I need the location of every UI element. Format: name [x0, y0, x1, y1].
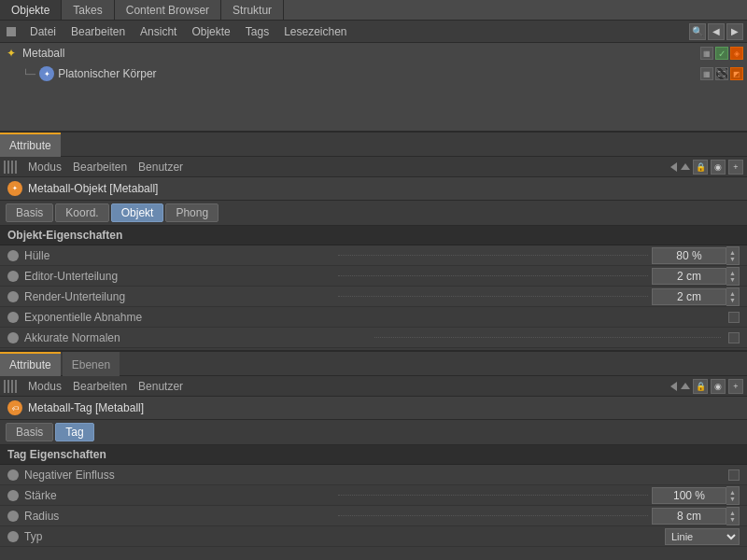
flag-checker-2: ⛶	[715, 67, 728, 80]
prop-value-editor[interactable]	[652, 268, 726, 285]
eye-btn-2[interactable]: ◉	[711, 379, 726, 394]
spinner-down-render[interactable]: ▼	[729, 297, 736, 303]
tab-content-browser[interactable]: Content Browser	[115, 0, 221, 20]
nav-left-1[interactable]	[670, 162, 677, 172]
spinner-down-staerke[interactable]: ▼	[729, 496, 736, 502]
object-panel: ✦ Metaball ▦ ✓ ◈ └─ ✦ Platonischer Körpe…	[0, 43, 747, 133]
attr-tab-ebenen[interactable]: Ebenen	[63, 352, 120, 376]
toolbar-modus-1[interactable]: Modus	[22, 161, 67, 174]
prop-dotline-render	[338, 296, 648, 297]
attr-tab-attribute-2[interactable]: Attribute	[0, 352, 61, 376]
prop-neg-einfluss: Negativer Einfluss	[0, 465, 747, 485]
prop-huelle: Hülle ▲ ▼	[0, 245, 747, 266]
prop-label-huelle: Hülle	[24, 249, 334, 262]
spinner-down-huelle[interactable]: ▼	[729, 256, 736, 262]
object-row-metaball[interactable]: ✦ Metaball ▦ ✓ ◈	[0, 43, 747, 63]
spinner-up-render[interactable]: ▲	[729, 290, 736, 297]
top-tab-bar: Objekte Takes Content Browser Struktur	[0, 0, 747, 21]
toolbar-benutzer-2[interactable]: Benutzer	[133, 380, 189, 393]
spinner-up-huelle[interactable]: ▲	[729, 249, 736, 256]
toolbar-modus-2[interactable]: Modus	[22, 380, 67, 393]
add-btn-2[interactable]: +	[728, 379, 743, 394]
spinner-down-radius[interactable]: ▼	[729, 516, 736, 523]
prop-value-render[interactable]	[652, 288, 726, 305]
prop-spinner-huelle[interactable]: ▲ ▼	[726, 246, 740, 265]
stripe-icon-1	[4, 161, 17, 174]
toolbar-benutzer-1[interactable]: Benutzer	[133, 161, 189, 174]
prop-radius: Radius ▲ ▼	[0, 506, 747, 526]
subtab-objekt-1[interactable]: Objekt	[111, 203, 164, 222]
spinner-up-editor[interactable]: ▲	[729, 270, 736, 276]
tab-struktur[interactable]: Struktur	[221, 0, 284, 20]
nav-arrows-2	[670, 382, 690, 391]
prop-icon-exp	[7, 312, 19, 323]
prop-icon-radius	[7, 511, 19, 522]
prop-value-radius[interactable]	[652, 508, 726, 525]
menu-objekte[interactable]: Objekte	[184, 23, 237, 40]
prop-label-neg: Negativer Einfluss	[24, 469, 725, 482]
prop-spinner-render[interactable]: ▲ ▼	[726, 287, 740, 306]
prop-exponentielle: Exponentielle Abnahme	[0, 307, 747, 328]
nav-left-2[interactable]	[670, 382, 677, 391]
subtab-koord-1[interactable]: Koord.	[55, 203, 108, 222]
prop-staerke: Stärke ▲ ▼	[0, 485, 747, 506]
prop-dropdown-typ[interactable]: Linie Fläche Volumen	[665, 528, 740, 545]
prop-render-unterteilung: Render-Unterteilung ▲ ▼	[0, 287, 747, 307]
prop-icon-typ	[7, 531, 19, 542]
eye-btn-1[interactable]: ◉	[711, 160, 726, 175]
prop-icon-neg	[7, 469, 19, 481]
spinner-up-radius[interactable]: ▲	[729, 510, 736, 516]
obj-title-icon-2: 🏷	[7, 400, 22, 415]
platonic-flags: ▦ ⛶ ◩	[700, 67, 743, 80]
lock-btn-1[interactable]: 🔒	[693, 160, 708, 175]
obj-title-row-1: ✦ Metaball-Objekt [Metaball]	[0, 177, 747, 201]
menu-lesezeichen[interactable]: Lesezeichen	[276, 23, 354, 40]
nav-arrows-1	[670, 162, 690, 172]
subtab-tag-2[interactable]: Tag	[55, 423, 93, 441]
add-btn-1[interactable]: +	[728, 160, 743, 175]
obj-title-icon-1: ✦	[7, 181, 22, 196]
subtab-phong-1[interactable]: Phong	[165, 203, 218, 222]
metaball-icon: ✦	[4, 46, 19, 61]
lock-btn-2[interactable]: 🔒	[693, 379, 708, 394]
attribute-panel-1: Attribute Modus Bearbeiten Benutzer 🔒 ◉ …	[0, 133, 747, 348]
spinner-down-editor[interactable]: ▼	[729, 276, 736, 283]
subtab-basis-2[interactable]: Basis	[6, 423, 53, 441]
menu-datei[interactable]: Datei	[22, 23, 63, 40]
menu-tags[interactable]: Tags	[238, 23, 276, 40]
tab-takes[interactable]: Takes	[62, 0, 114, 20]
attr-header-2: Attribute Ebenen	[0, 352, 747, 376]
prop-value-staerke[interactable]	[652, 487, 726, 504]
prop-value-huelle[interactable]	[652, 247, 726, 264]
attr-toolbar-2: Modus Bearbeiten Benutzer 🔒 ◉ +	[0, 376, 747, 397]
prop-check-neg[interactable]	[728, 469, 740, 481]
nav-up-1[interactable]	[681, 163, 690, 170]
nav-button-1[interactable]: ◀	[708, 23, 725, 40]
attr-header-1: Attribute	[0, 133, 747, 157]
prop-label-render: Render-Unterteilung	[24, 290, 334, 303]
sub-tabs-1: Basis Koord. Objekt Phong	[0, 201, 747, 226]
flag-edit-2: ▦	[700, 67, 713, 80]
prop-check-exp[interactable]	[728, 312, 740, 323]
menu-bearbeiten[interactable]: Bearbeiten	[63, 23, 133, 40]
prop-icon-editor	[7, 271, 19, 282]
menu-ansicht[interactable]: Ansicht	[133, 23, 184, 40]
flag-check-1: ✓	[715, 47, 728, 60]
prop-check-akk[interactable]	[728, 332, 740, 343]
tab-objekte[interactable]: Objekte	[0, 0, 62, 20]
prop-label-typ: Typ	[24, 530, 657, 543]
prop-label-staerke: Stärke	[24, 489, 334, 502]
nav-button-2[interactable]: ▶	[726, 23, 743, 40]
toolbar-bearbeiten-2[interactable]: Bearbeiten	[67, 380, 133, 393]
attr-tab-attribute-1[interactable]: Attribute	[0, 133, 61, 157]
prop-spinner-radius[interactable]: ▲ ▼	[726, 507, 740, 525]
toolbar-bearbeiten-1[interactable]: Bearbeiten	[67, 161, 133, 174]
object-row-platonic[interactable]: └─ ✦ Platonischer Körper ▦ ⛶ ◩	[0, 63, 747, 84]
search-button[interactable]: 🔍	[689, 23, 706, 40]
attribute-panel-2: Attribute Ebenen Modus Bearbeiten Benutz…	[0, 350, 747, 547]
prop-spinner-staerke[interactable]: ▲ ▼	[726, 486, 740, 505]
spinner-up-staerke[interactable]: ▲	[729, 489, 736, 496]
nav-up-2[interactable]	[681, 383, 690, 389]
subtab-basis-1[interactable]: Basis	[6, 203, 53, 222]
prop-spinner-editor[interactable]: ▲ ▼	[726, 267, 740, 286]
